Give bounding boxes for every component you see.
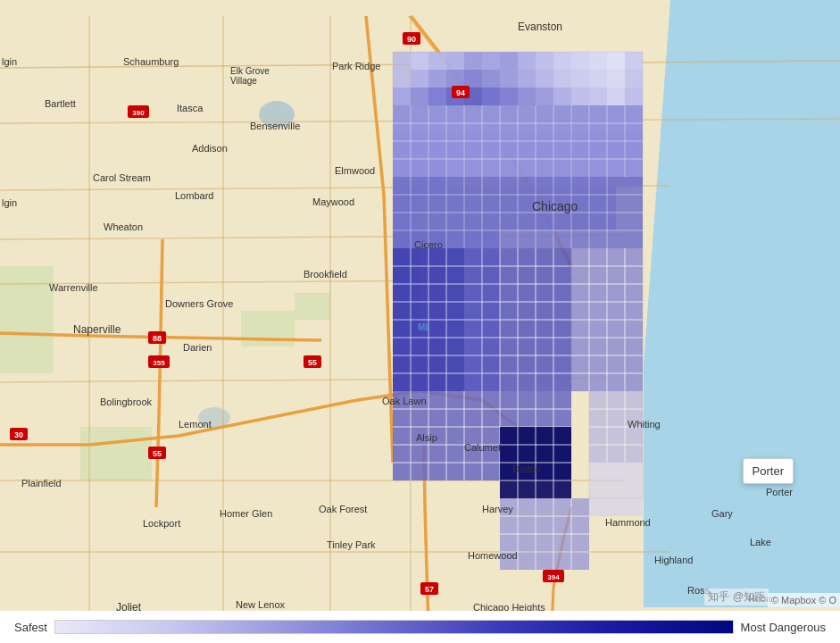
svg-rect-52 bbox=[393, 88, 411, 105]
svg-text:Tinley Park: Tinley Park bbox=[327, 539, 376, 550]
svg-text:30: 30 bbox=[14, 430, 23, 439]
svg-rect-36 bbox=[589, 52, 607, 70]
svg-text:390: 390 bbox=[132, 109, 145, 117]
tooltip-text: Porter bbox=[753, 464, 784, 478]
svg-rect-34 bbox=[553, 52, 571, 70]
svg-text:Gary: Gary bbox=[711, 508, 733, 519]
svg-text:Darien: Darien bbox=[183, 342, 212, 353]
map-svg: Evanston Schaumburg Elk Grove Village Pa… bbox=[0, 0, 840, 643]
svg-text:Alsip: Alsip bbox=[416, 432, 437, 443]
svg-rect-32 bbox=[518, 52, 536, 70]
svg-rect-63 bbox=[589, 88, 607, 105]
svg-rect-30 bbox=[482, 52, 500, 70]
svg-rect-42 bbox=[464, 70, 482, 88]
watermark: 知乎 @知距 bbox=[704, 589, 769, 605]
svg-rect-50 bbox=[607, 70, 625, 88]
svg-text:Maywood: Maywood bbox=[312, 196, 354, 207]
svg-text:Oak Forest: Oak Forest bbox=[319, 504, 367, 514]
legend-container: Safest Most Dangerous bbox=[0, 611, 840, 643]
svg-text:Lockport: Lockport bbox=[143, 518, 180, 529]
svg-text:88: 88 bbox=[153, 334, 162, 343]
svg-rect-41 bbox=[446, 70, 464, 88]
map-tooltip: Porter bbox=[743, 458, 794, 484]
svg-text:Downers Grove: Downers Grove bbox=[165, 298, 233, 309]
svg-rect-61 bbox=[553, 88, 571, 105]
svg-text:Carol Stream: Carol Stream bbox=[93, 172, 151, 183]
svg-rect-40 bbox=[428, 70, 446, 88]
svg-rect-57 bbox=[482, 88, 500, 105]
svg-text:Brookfield: Brookfield bbox=[304, 269, 347, 280]
svg-text:Cicero: Cicero bbox=[414, 239, 443, 250]
svg-rect-51 bbox=[625, 70, 643, 88]
svg-text:Plainfield: Plainfield bbox=[21, 478, 62, 489]
svg-rect-31 bbox=[500, 52, 518, 70]
svg-rect-59 bbox=[518, 88, 536, 105]
svg-text:Bensenville: Bensenville bbox=[250, 121, 300, 131]
svg-text:57: 57 bbox=[425, 585, 434, 594]
svg-rect-62 bbox=[571, 88, 589, 105]
svg-text:Hammond: Hammond bbox=[605, 517, 651, 528]
svg-rect-27 bbox=[428, 52, 446, 70]
legend-safest-label: Safest bbox=[14, 621, 47, 634]
svg-text:55: 55 bbox=[153, 449, 162, 458]
svg-rect-38 bbox=[625, 52, 643, 70]
svg-rect-47 bbox=[553, 70, 571, 88]
svg-rect-60 bbox=[536, 88, 553, 105]
svg-text:Homer Glen: Homer Glen bbox=[220, 508, 272, 519]
svg-rect-3 bbox=[295, 293, 330, 320]
svg-rect-0 bbox=[0, 266, 54, 373]
svg-text:lgin: lgin bbox=[2, 56, 17, 67]
svg-text:Lombard: Lombard bbox=[175, 190, 213, 201]
svg-text:ML: ML bbox=[418, 322, 430, 332]
svg-text:Dolton: Dolton bbox=[512, 463, 541, 474]
svg-rect-49 bbox=[589, 70, 607, 88]
svg-text:New Lenox: New Lenox bbox=[236, 599, 286, 610]
svg-rect-29 bbox=[464, 52, 482, 70]
svg-text:Lemont: Lemont bbox=[179, 419, 212, 430]
svg-text:Elmwood: Elmwood bbox=[335, 165, 375, 176]
svg-rect-37 bbox=[607, 52, 625, 70]
svg-rect-28 bbox=[446, 52, 464, 70]
svg-rect-26 bbox=[411, 52, 428, 70]
svg-text:Park Ridge: Park Ridge bbox=[332, 61, 380, 71]
svg-text:90: 90 bbox=[407, 35, 416, 44]
svg-rect-1 bbox=[80, 427, 152, 480]
svg-rect-169 bbox=[589, 463, 643, 516]
svg-text:lgin: lgin bbox=[2, 197, 17, 208]
legend-gradient-bar bbox=[54, 620, 734, 634]
map-container: Evanston Schaumburg Elk Grove Village Pa… bbox=[0, 0, 840, 643]
svg-text:Calumet: Calumet bbox=[464, 442, 501, 453]
svg-text:94: 94 bbox=[456, 88, 465, 97]
svg-text:Lake: Lake bbox=[750, 537, 771, 547]
svg-text:Oak Lawn: Oak Lawn bbox=[382, 396, 427, 406]
svg-text:Itasca: Itasca bbox=[177, 103, 204, 113]
svg-text:Harvey: Harvey bbox=[482, 504, 513, 514]
svg-text:Porter: Porter bbox=[766, 487, 793, 497]
svg-text:Bartlett: Bartlett bbox=[45, 98, 76, 109]
svg-text:394: 394 bbox=[547, 573, 560, 581]
svg-rect-35 bbox=[571, 52, 589, 70]
svg-text:55: 55 bbox=[308, 358, 317, 367]
svg-text:Village: Village bbox=[230, 76, 257, 86]
svg-text:Elk Grove: Elk Grove bbox=[230, 66, 270, 76]
svg-rect-54 bbox=[428, 88, 446, 105]
svg-rect-45 bbox=[518, 70, 536, 88]
svg-text:Bolingbrook: Bolingbrook bbox=[100, 397, 153, 407]
svg-rect-53 bbox=[411, 88, 428, 105]
map-attribution: © Mapbox © O bbox=[768, 593, 840, 607]
svg-rect-39 bbox=[411, 70, 428, 88]
svg-rect-58 bbox=[500, 88, 518, 105]
svg-text:Wheaton: Wheaton bbox=[104, 221, 143, 232]
svg-text:Warrenville: Warrenville bbox=[49, 282, 98, 293]
svg-rect-64 bbox=[607, 88, 625, 105]
svg-text:355: 355 bbox=[153, 359, 165, 367]
svg-rect-48 bbox=[571, 70, 589, 88]
svg-rect-43 bbox=[482, 70, 500, 88]
svg-rect-65 bbox=[625, 88, 643, 105]
svg-text:Addison: Addison bbox=[192, 143, 228, 154]
svg-text:Whiting: Whiting bbox=[628, 419, 661, 430]
svg-rect-33 bbox=[536, 52, 553, 70]
svg-text:Highland: Highland bbox=[654, 555, 693, 565]
svg-text:Homewood: Homewood bbox=[468, 550, 518, 561]
svg-text:Schaumburg: Schaumburg bbox=[123, 56, 179, 67]
